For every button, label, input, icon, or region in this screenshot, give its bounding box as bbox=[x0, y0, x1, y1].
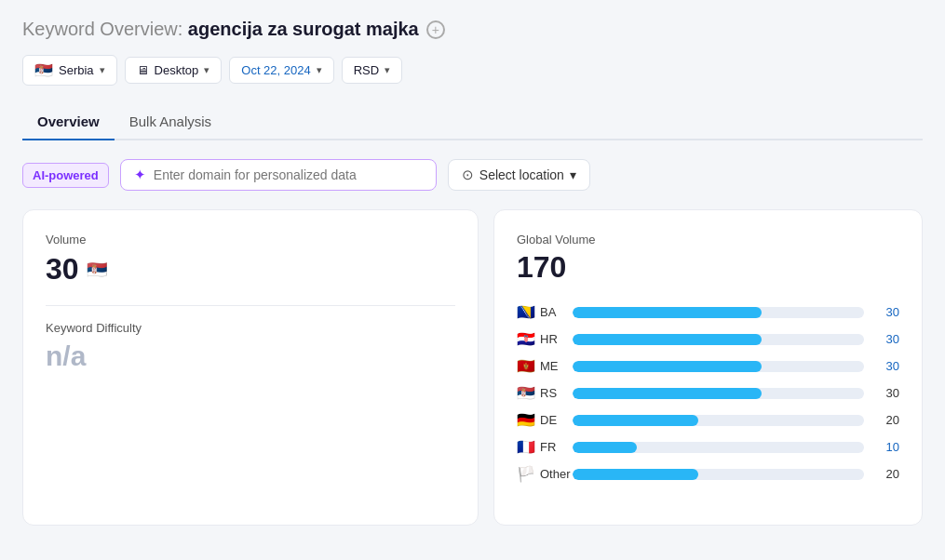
country-flag-icon: 🏳️ bbox=[517, 465, 535, 483]
kd-label: Keyword Difficulty bbox=[46, 321, 455, 335]
device-chevron-icon: ▾ bbox=[204, 64, 209, 76]
country-code: FR bbox=[540, 440, 556, 454]
bar-track bbox=[573, 388, 864, 399]
tabs-bar: Overview Bulk Analysis bbox=[22, 104, 923, 140]
country-code: BA bbox=[540, 305, 556, 319]
country-row: 🇫🇷FR10 bbox=[517, 438, 899, 456]
country-count: 20 bbox=[873, 467, 899, 481]
domain-input-wrapper[interactable]: ✦ bbox=[120, 159, 437, 191]
tab-bulk-analysis[interactable]: Bulk Analysis bbox=[115, 104, 226, 140]
bar-track bbox=[573, 442, 864, 453]
country-chevron-icon: ▾ bbox=[100, 64, 105, 76]
sparkle-icon: ✦ bbox=[134, 167, 146, 183]
country-flag-icon: 🇷🇸 bbox=[517, 384, 535, 402]
country-code: DE bbox=[540, 413, 557, 427]
location-icon: ⊙ bbox=[462, 167, 474, 183]
currency-filter[interactable]: RSD ▾ bbox=[342, 57, 402, 84]
cards-row: Volume 30 🇷🇸 Keyword Difficulty n/a Glob… bbox=[22, 209, 923, 526]
bar-track bbox=[573, 334, 864, 345]
device-filter[interactable]: 🖥 Desktop ▾ bbox=[125, 57, 223, 84]
country-flag-code: 🇷🇸RS bbox=[517, 384, 563, 402]
country-code: ME bbox=[540, 359, 559, 373]
page-container: Keyword Overview: agencija za surogat ma… bbox=[0, 0, 945, 560]
country-flag-icon: 🇲🇪 bbox=[517, 357, 535, 375]
country-code: Other bbox=[540, 467, 571, 481]
country-code: RS bbox=[540, 386, 557, 400]
country-flag-code: 🇩🇪DE bbox=[517, 411, 563, 429]
page-title: Keyword Overview: agencija za surogat ma… bbox=[22, 19, 419, 40]
ai-bar: AI-powered ✦ ⊙ Select location ▾ bbox=[22, 159, 923, 191]
country-row: 🇩🇪DE20 bbox=[517, 411, 899, 429]
country-row: 🇭🇷HR30 bbox=[517, 330, 899, 348]
domain-input[interactable] bbox=[154, 167, 423, 182]
country-count: 30 bbox=[873, 305, 899, 319]
country-row: 🇷🇸RS30 bbox=[517, 384, 899, 402]
location-label: Select location bbox=[479, 167, 564, 182]
country-flag: 🇷🇸 bbox=[34, 61, 53, 79]
country-flag-icon: 🇭🇷 bbox=[517, 330, 535, 348]
country-count: 20 bbox=[873, 413, 899, 427]
country-count: 30 bbox=[873, 359, 899, 373]
volume-card: Volume 30 🇷🇸 Keyword Difficulty n/a bbox=[22, 209, 479, 526]
volume-label: Volume bbox=[46, 233, 455, 247]
date-label: Oct 22, 2024 bbox=[241, 63, 310, 77]
global-volume-card: Global Volume 170 🇧🇦BA30🇭🇷HR30🇲🇪ME30🇷🇸RS… bbox=[493, 209, 923, 526]
country-count: 30 bbox=[873, 386, 899, 400]
bar-fill bbox=[573, 361, 762, 372]
bar-fill bbox=[573, 307, 762, 318]
add-keyword-icon[interactable]: + bbox=[426, 20, 445, 39]
country-row: 🇧🇦BA30 bbox=[517, 303, 899, 321]
country-flag-code: 🇲🇪ME bbox=[517, 357, 563, 375]
country-count: 30 bbox=[873, 332, 899, 346]
country-flag-code: 🇫🇷FR bbox=[517, 438, 563, 456]
device-label: Desktop bbox=[155, 63, 199, 77]
bar-fill bbox=[573, 415, 698, 426]
bar-fill bbox=[573, 442, 637, 453]
currency-label: RSD bbox=[354, 63, 379, 77]
country-flag-code: 🏳️Other bbox=[517, 465, 563, 483]
country-label: Serbia bbox=[59, 63, 94, 77]
bar-track bbox=[573, 415, 864, 426]
country-count: 10 bbox=[873, 440, 899, 454]
country-flag-icon: 🇧🇦 bbox=[517, 303, 535, 321]
header-title-row: Keyword Overview: agencija za surogat ma… bbox=[22, 19, 923, 40]
country-code: HR bbox=[540, 332, 558, 346]
desktop-icon: 🖥 bbox=[137, 63, 149, 77]
bar-fill bbox=[573, 334, 762, 345]
global-volume-label: Global Volume bbox=[517, 233, 899, 247]
country-flag-code: 🇭🇷HR bbox=[517, 330, 563, 348]
filters-bar: 🇷🇸 Serbia ▾ 🖥 Desktop ▾ Oct 22, 2024 ▾ R… bbox=[22, 55, 923, 86]
country-row: 🇲🇪ME30 bbox=[517, 357, 899, 375]
bar-fill bbox=[573, 388, 762, 399]
global-volume-value: 170 bbox=[517, 250, 899, 285]
volume-flag: 🇷🇸 bbox=[87, 260, 107, 280]
country-filter[interactable]: 🇷🇸 Serbia ▾ bbox=[22, 55, 117, 86]
ai-powered-badge: AI-powered bbox=[22, 163, 109, 188]
tab-overview[interactable]: Overview bbox=[22, 104, 115, 140]
date-filter[interactable]: Oct 22, 2024 ▾ bbox=[229, 57, 333, 84]
volume-number: 30 bbox=[46, 252, 79, 287]
currency-chevron-icon: ▾ bbox=[385, 64, 390, 76]
card-divider bbox=[46, 305, 455, 306]
country-rows: 🇧🇦BA30🇭🇷HR30🇲🇪ME30🇷🇸RS30🇩🇪DE20🇫🇷FR10🏳️Ot… bbox=[517, 303, 899, 483]
country-flag-icon: 🇫🇷 bbox=[517, 438, 535, 456]
location-selector[interactable]: ⊙ Select location ▾ bbox=[448, 159, 590, 191]
bar-fill bbox=[573, 469, 698, 480]
kd-value: n/a bbox=[46, 340, 455, 372]
country-row: 🏳️Other20 bbox=[517, 465, 899, 483]
volume-value-row: 30 🇷🇸 bbox=[46, 252, 455, 287]
bar-track bbox=[573, 361, 864, 372]
country-flag-code: 🇧🇦BA bbox=[517, 303, 563, 321]
bar-track bbox=[573, 469, 864, 480]
bar-track bbox=[573, 307, 864, 318]
location-chevron-icon: ▾ bbox=[570, 167, 576, 182]
date-chevron-icon: ▾ bbox=[317, 64, 322, 76]
country-flag-icon: 🇩🇪 bbox=[517, 411, 535, 429]
